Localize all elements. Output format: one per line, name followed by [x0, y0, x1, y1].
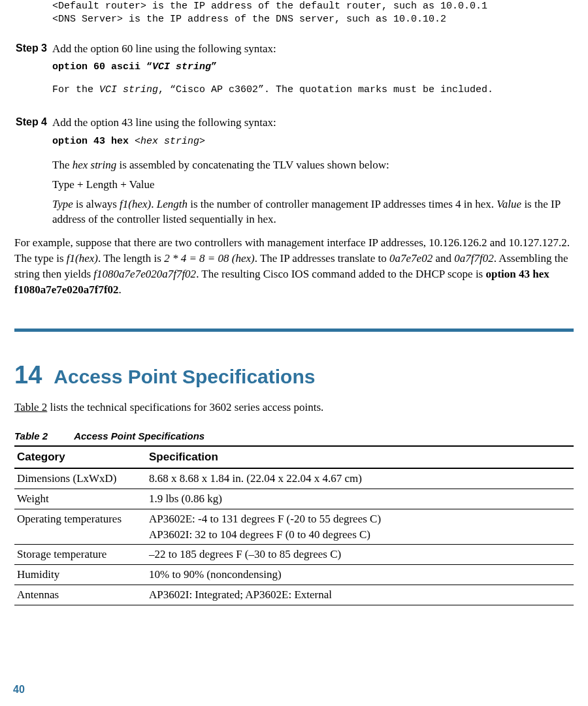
- italic-text: 2 * 4 = 8 = 08 (hex): [164, 252, 255, 265]
- text: The: [52, 159, 73, 171]
- text: lists the technical specifications for 3…: [47, 401, 323, 413]
- note-suffix: , “Cisco AP c3602”. The quotation marks …: [158, 84, 493, 95]
- table-header-row: Category Specification: [14, 446, 574, 468]
- step-text: Add the option 60 line using the followi…: [52, 41, 574, 57]
- italic-text: 0a7f7f02: [454, 252, 493, 265]
- code-line: <DNS Server> is the IP address of the DN…: [52, 13, 574, 26]
- syntax-var: hex string: [140, 136, 199, 147]
- italic-text: Length: [157, 198, 188, 210]
- text: and: [433, 252, 454, 265]
- text: .: [151, 198, 157, 210]
- italic-text: f1(hex): [120, 198, 151, 210]
- italic-text: Value: [497, 198, 521, 210]
- td-spec: –22 to 185 degrees F (–30 to 85 degrees …: [146, 545, 574, 565]
- step-3: Step 3 Add the option 60 line using the …: [16, 41, 574, 112]
- mono-note: For the VCI string, “Cisco AP c3602”. Th…: [52, 83, 574, 97]
- page-number: 40: [13, 682, 25, 697]
- italic-text: Type: [52, 198, 73, 210]
- step-text: Add the option 43 line using the followi…: [52, 115, 574, 131]
- table-caption: Access Point Specifications: [74, 430, 204, 441]
- td-spec: 8.68 x 8.68 x 1.84 in. (22.04 x 22.04 x …: [146, 468, 574, 489]
- table-label: Table 2: [14, 430, 48, 441]
- syntax-prefix: option 60 ascii “: [52, 61, 152, 72]
- td-category: Dimensions (LxWxD): [14, 468, 146, 489]
- example-para: For example, suppose that there are two …: [14, 235, 574, 297]
- table-link[interactable]: Table 2: [14, 401, 47, 413]
- specs-table: Category Specification Dimensions (LxWxD…: [14, 445, 574, 605]
- section-divider: [14, 329, 574, 332]
- step4-para3: Type is always f1(hex). Length is the nu…: [52, 197, 574, 228]
- step-label: Step 3: [16, 41, 52, 112]
- table-row: Weight 1.9 lbs (0.86 kg): [14, 489, 574, 509]
- table-row: Antennas AP3602I: Integrated; AP3602E: E…: [14, 585, 574, 605]
- td-category: Antennas: [14, 585, 146, 605]
- table-title: Table 2Access Point Specifications: [14, 429, 574, 443]
- step-4: Step 4 Add the option 43 line using the …: [16, 115, 574, 231]
- td-category: Storage temperature: [14, 545, 146, 565]
- code-line: <Default router> is the IP address of th…: [52, 0, 574, 13]
- syntax-suffix: ”: [211, 61, 217, 72]
- section-title: Access Point Specifications: [54, 366, 315, 387]
- table-row: Dimensions (LxWxD) 8.68 x 8.68 x 1.84 in…: [14, 468, 574, 489]
- td-spec: AP3602E: -4 to 131 degrees F (-20 to 55 …: [146, 509, 574, 545]
- note-prefix: For the: [52, 84, 99, 95]
- italic-text: hex string: [73, 159, 117, 171]
- td-spec: 1.9 lbs (0.86 kg): [146, 489, 574, 509]
- td-spec: AP3602I: Integrated; AP3602E: External: [146, 585, 574, 605]
- step4-para1: The hex string is assembled by concatena…: [52, 157, 574, 173]
- table-row: Storage temperature –22 to 185 degrees F…: [14, 545, 574, 565]
- code-block-top: <Default router> is the IP address of th…: [52, 0, 574, 27]
- syntax-open: <: [135, 136, 140, 147]
- syntax-line: option 60 ascii “VCI string”: [52, 60, 574, 74]
- td-category: Weight: [14, 489, 146, 509]
- syntax-var: VCI string: [152, 61, 211, 72]
- text: is the number of controller management I…: [188, 198, 497, 210]
- table-row: Humidity 10% to 90% (noncondensing): [14, 565, 574, 585]
- section-header: 14Access Point Specifications: [14, 358, 574, 393]
- step4-para2: Type + Length + Value: [52, 177, 574, 193]
- text: . The IP addresses translate to: [255, 252, 389, 265]
- step-label: Step 4: [16, 115, 52, 231]
- note-var: VCI string: [99, 84, 158, 95]
- text: .: [119, 283, 122, 296]
- table-row: Operating temperatures AP3602E: -4 to 13…: [14, 509, 574, 545]
- syntax-line: option 43 hex <hex string>: [52, 135, 574, 148]
- td-category: Humidity: [14, 565, 146, 585]
- italic-text: 0a7e7e02: [389, 252, 433, 265]
- th-category: Category: [14, 446, 146, 468]
- text: is assembled by concatenating the TLV va…: [116, 159, 389, 171]
- td-spec: 10% to 90% (noncondensing): [146, 565, 574, 585]
- th-specification: Specification: [146, 446, 574, 468]
- text: . The length is: [98, 252, 164, 265]
- syntax-close: >: [199, 136, 205, 147]
- intro-para: Table 2 lists the technical specificatio…: [14, 400, 574, 415]
- syntax-prefix: option 43 hex: [52, 136, 135, 147]
- section-number: 14: [14, 358, 42, 393]
- text: is always: [73, 198, 120, 210]
- italic-text: f1080a7e7e020a7f7f02: [93, 268, 196, 280]
- td-category: Operating temperatures: [14, 509, 146, 545]
- text: . The resulting Cisco IOS command added …: [196, 268, 485, 280]
- italic-text: f1(hex): [67, 252, 98, 265]
